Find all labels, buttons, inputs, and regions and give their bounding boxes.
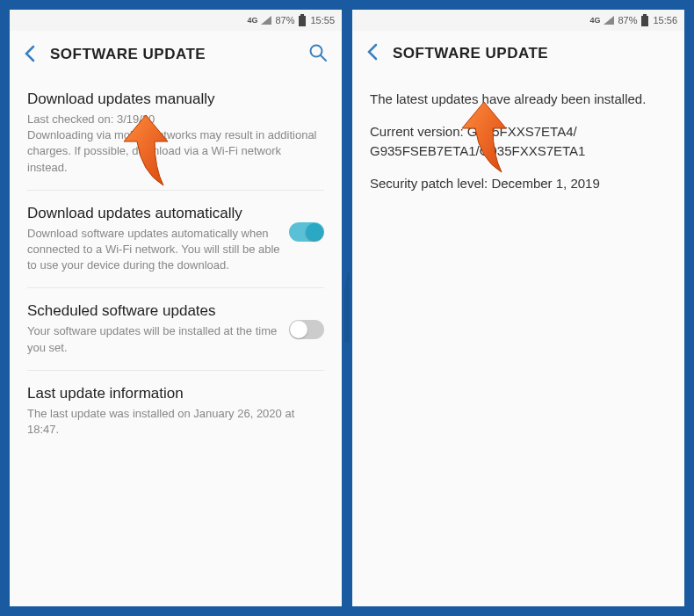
status-bar: 4G 87% 15:56: [352, 10, 684, 31]
item-subtitle: Last checked on: 3/19/20 Downloading via…: [27, 112, 324, 176]
status-message: The latest updates have already been ins…: [370, 90, 667, 110]
item-title: Last update information: [27, 385, 324, 402]
item-subtitle: The last update was installed on January…: [27, 406, 324, 438]
battery-percent: 87%: [275, 15, 294, 25]
page-title: SOFTWARE UPDATE: [50, 46, 294, 63]
network-indicator: 4G: [247, 16, 257, 25]
back-icon[interactable]: [24, 45, 36, 65]
phone-right: 4G 87% 15:56 SOFTWARE UPDATE The latest …: [350, 7, 687, 609]
version-line: G935FSEB7ETA1/G935FXXS7ETA1: [370, 141, 667, 162]
version-line: Current version: G935FXXS7ETA4/: [370, 122, 667, 142]
clock: 15:55: [310, 15, 335, 25]
settings-list: Download updates manually Last checked o…: [10, 76, 342, 452]
item-subtitle: Download software updates automatically …: [27, 226, 280, 274]
svg-line-3: [321, 55, 326, 61]
clock: 15:56: [653, 15, 677, 25]
battery-percent: 87%: [618, 15, 637, 25]
svg-rect-5: [641, 16, 648, 26]
phone-left: 4G 87% 15:55 SOFTWARE UPDATE Download up…: [7, 7, 344, 609]
item-download-auto[interactable]: Download updates automatically Download …: [27, 191, 324, 289]
screenshots-container: 4G 87% 15:55 SOFTWARE UPDATE Download up…: [0, 0, 694, 616]
page-title: SOFTWARE UPDATE: [393, 45, 670, 62]
item-title: Download updates automatically: [27, 205, 280, 222]
item-download-manually[interactable]: Download updates manually Last checked o…: [27, 76, 324, 191]
app-header: SOFTWARE UPDATE: [352, 31, 684, 74]
battery-icon: [640, 14, 649, 26]
toggle-auto-download[interactable]: [289, 222, 324, 242]
search-icon[interactable]: [308, 43, 328, 66]
svg-rect-1: [299, 16, 306, 26]
back-icon[interactable]: [366, 43, 379, 63]
signal-icon: [604, 16, 614, 25]
battery-icon: [298, 14, 307, 26]
item-scheduled-updates[interactable]: Scheduled software updates Your software…: [27, 288, 324, 370]
security-patch-line: Security patch level: December 1, 2019: [370, 174, 667, 194]
item-title: Download updates manually: [27, 91, 324, 108]
toggle-scheduled[interactable]: [289, 320, 324, 339]
item-title: Scheduled software updates: [27, 302, 280, 320]
svg-rect-0: [300, 14, 304, 16]
svg-rect-4: [643, 14, 647, 16]
item-last-update-info[interactable]: Last update information The last update …: [27, 371, 324, 452]
item-subtitle: Your software updates will be installed …: [27, 323, 280, 355]
status-bar: 4G 87% 15:55: [10, 10, 342, 31]
signal-icon: [261, 16, 271, 25]
app-header: SOFTWARE UPDATE: [10, 31, 342, 76]
update-status-panel: The latest updates have already been ins…: [352, 74, 684, 221]
network-indicator: 4G: [589, 16, 600, 25]
